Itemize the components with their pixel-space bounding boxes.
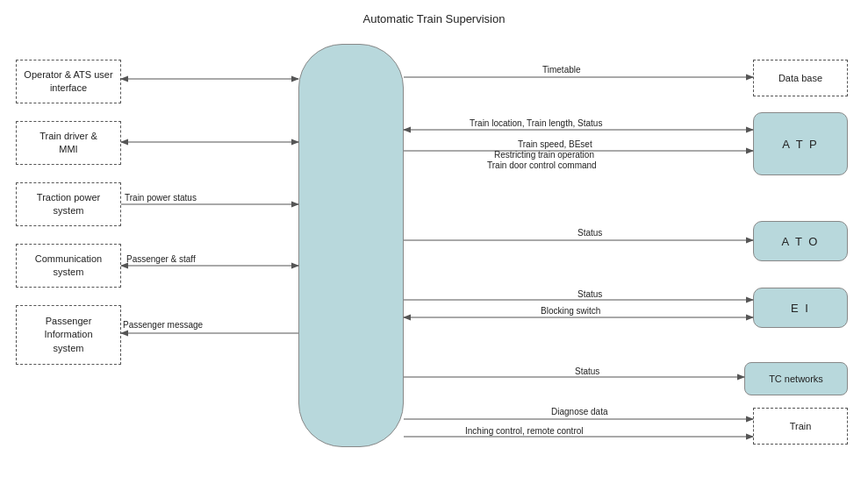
ats-central-box <box>298 44 404 447</box>
label-blocking-switch: Blocking switch <box>541 306 600 316</box>
left-box-operator: Operator & ATS user interface <box>16 60 121 103</box>
label-train-door: Train door control command <box>487 160 597 170</box>
right-box-database: Data base <box>753 60 848 96</box>
right-box-ei: E I <box>753 288 848 328</box>
label-status-ato: Status <box>577 228 602 238</box>
left-box-train-driver: Train driver &MMI <box>16 121 121 165</box>
label-timetable: Timetable <box>542 65 581 75</box>
label-diagnose-data: Diagnose data <box>551 407 608 416</box>
label-restricting: Restricting train operation <box>494 150 594 160</box>
label-train-location: Train location, Train length, Status <box>470 118 602 128</box>
label-inching-control: Inching control, remote control <box>465 426 584 436</box>
page-title: Automatic Train Supervision <box>363 12 506 25</box>
label-passenger-staff: Passenger & staff <box>126 254 196 264</box>
left-box-passenger-info: PassengerInformationsystem <box>16 305 121 365</box>
label-status-ei: Status <box>577 289 602 299</box>
left-box-traction-power: Traction powersystem <box>16 182 121 226</box>
label-train-power-status: Train power status <box>125 193 197 203</box>
left-box-communication: Communicationsystem <box>16 244 121 288</box>
diagram: Automatic Train Supervision Operator & A… <box>0 0 868 491</box>
right-box-ato: A T O <box>753 221 848 261</box>
arrows-svg <box>0 0 868 491</box>
right-box-atp: A T P <box>753 112 848 175</box>
right-box-tc-networks: TC networks <box>744 362 848 395</box>
label-status-tc: Status <box>575 366 599 376</box>
right-box-train: Train <box>753 408 848 445</box>
label-train-speed: Train speed, BEset <box>518 139 592 149</box>
label-passenger-message: Passenger message <box>123 320 203 330</box>
